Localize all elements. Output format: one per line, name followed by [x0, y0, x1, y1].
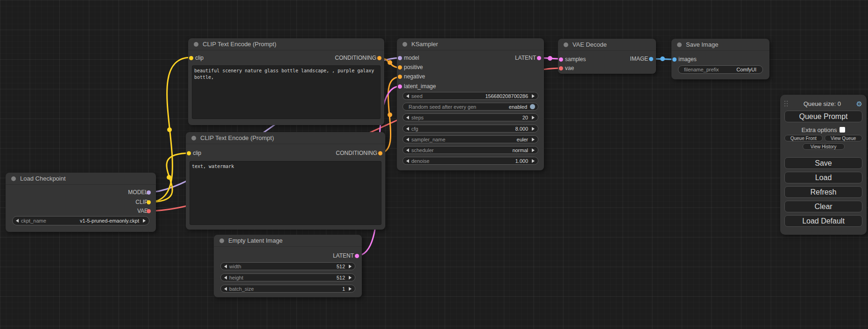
node-title-bar[interactable]: Load Checkpoint: [6, 173, 156, 185]
increment-arrow-icon[interactable]: [349, 265, 352, 268]
input-slot-positive[interactable]: [398, 65, 402, 70]
width-widget[interactable]: width 512: [220, 262, 355, 270]
node-graph-canvas[interactable]: { "app": "ComfyUI graph editor", "colors…: [0, 0, 868, 329]
random-seed-toggle-widget[interactable]: Random seed after every gen enabled: [402, 103, 538, 111]
increment-arrow-icon[interactable]: [349, 287, 352, 291]
node-title-bar[interactable]: CLIP Text Encode (Prompt): [186, 132, 385, 144]
node-title-bar[interactable]: Empty Latent Image: [214, 235, 362, 247]
output-slot-conditioning[interactable]: [378, 151, 382, 155]
output-row-conditioning: CONDITIONING: [186, 149, 385, 157]
prompt-textarea[interactable]: beautiful scenery nature glass bottle la…: [192, 65, 381, 119]
output-slot-image[interactable]: [649, 57, 653, 61]
node-save-image[interactable]: Save Image images filename_prefix ComfyU…: [671, 39, 769, 79]
node-title-bar[interactable]: Save Image: [671, 39, 769, 51]
decrement-arrow-icon[interactable]: [406, 116, 409, 119]
node-title: VAE Decode: [572, 41, 607, 48]
height-widget[interactable]: height 512: [220, 273, 355, 281]
queue-front-button[interactable]: Queue Front: [784, 135, 823, 141]
cfg-widget[interactable]: cfg 8.000: [402, 125, 538, 133]
link-midpoint-dot[interactable]: [660, 56, 665, 61]
input-slot-latent-image[interactable]: [398, 84, 402, 89]
decrement-arrow-icon[interactable]: [406, 127, 409, 131]
save-button[interactable]: Save: [784, 157, 862, 169]
input-label: images: [678, 56, 697, 63]
collapse-dot-icon[interactable]: [677, 42, 682, 47]
decrement-arrow-icon[interactable]: [406, 148, 409, 152]
settings-gear-icon[interactable]: ⚙: [856, 100, 862, 107]
filename-prefix-widget[interactable]: filename_prefix ComfyUI: [678, 65, 763, 74]
increment-arrow-icon[interactable]: [143, 219, 146, 223]
output-slot-conditioning[interactable]: [377, 56, 381, 60]
link-midpoint-dot[interactable]: [388, 112, 392, 117]
node-clip-text-encode-positive[interactable]: CLIP Text Encode (Prompt) clip CONDITION…: [188, 38, 384, 125]
increment-arrow-icon[interactable]: [349, 276, 352, 280]
collapse-dot-icon[interactable]: [402, 42, 407, 47]
ckpt-name-combo[interactable]: ckpt_name v1-5-pruned-emaonly.ckpt: [12, 216, 149, 225]
batch-size-widget[interactable]: batch_size 1: [220, 285, 355, 293]
collapse-dot-icon[interactable]: [194, 42, 198, 47]
collapse-dot-icon[interactable]: [564, 42, 568, 47]
load-button[interactable]: Load: [784, 172, 862, 183]
decrement-arrow-icon[interactable]: [406, 159, 409, 163]
output-slot-clip[interactable]: [147, 200, 151, 204]
decrement-arrow-icon[interactable]: [406, 94, 409, 98]
link-midpoint-dot[interactable]: [167, 175, 171, 180]
load-default-button[interactable]: Load Default: [784, 215, 862, 227]
input-slot-images[interactable]: [672, 57, 677, 62]
output-label: IMAGE: [630, 56, 648, 62]
queue-prompt-button[interactable]: Queue Prompt: [784, 111, 862, 122]
decrement-arrow-icon[interactable]: [224, 276, 227, 280]
view-queue-button[interactable]: View Queue: [825, 135, 863, 141]
view-history-button[interactable]: View History: [803, 143, 845, 150]
decrement-arrow-icon[interactable]: [224, 287, 227, 291]
increment-arrow-icon[interactable]: [532, 138, 535, 141]
prompt-textarea[interactable]: text, watermark: [190, 161, 381, 225]
output-slot-latent[interactable]: [537, 56, 541, 60]
decrement-arrow-icon[interactable]: [224, 265, 227, 268]
drag-handle-icon[interactable]: [784, 101, 788, 106]
queue-size-count: 0: [838, 100, 841, 107]
link-midpoint-dot[interactable]: [548, 56, 552, 61]
node-title-bar[interactable]: CLIP Text Encode (Prompt): [188, 38, 384, 50]
output-slot-model[interactable]: [147, 190, 151, 195]
node-vae-decode[interactable]: VAE Decode samples vae IMAGE: [558, 39, 656, 74]
node-title: Empty Latent Image: [228, 237, 282, 244]
decrement-arrow-icon[interactable]: [16, 219, 19, 223]
increment-arrow-icon[interactable]: [532, 159, 535, 163]
toggle-enabled-icon[interactable]: [530, 104, 535, 109]
increment-arrow-icon[interactable]: [532, 148, 535, 152]
input-row-latent-image: latent_image: [397, 82, 544, 91]
input-slot-negative[interactable]: [398, 75, 402, 79]
increment-arrow-icon[interactable]: [532, 116, 535, 119]
clear-button[interactable]: Clear: [784, 201, 862, 212]
input-slot-vae[interactable]: [559, 66, 563, 70]
node-title: KSampler: [411, 41, 438, 48]
output-label: CONDITIONING: [336, 150, 377, 156]
sampler-name-combo[interactable]: sampler_name euler: [402, 135, 538, 143]
node-empty-latent-image[interactable]: Empty Latent Image LATENT width 512 heig…: [214, 235, 362, 297]
decrement-arrow-icon[interactable]: [406, 138, 409, 141]
node-title-bar[interactable]: KSampler: [397, 38, 544, 50]
collapse-dot-icon[interactable]: [11, 176, 16, 181]
node-ksampler[interactable]: KSampler model positive negative latent_…: [397, 38, 544, 170]
output-slot-latent[interactable]: [355, 254, 359, 258]
output-row-clip: CLIP: [6, 198, 156, 206]
denoise-widget[interactable]: denoise 1.000: [402, 157, 538, 165]
seed-widget[interactable]: seed 156680208700286: [402, 92, 538, 100]
collapse-dot-icon[interactable]: [219, 238, 224, 243]
link-midpoint-dot[interactable]: [167, 127, 172, 132]
scheduler-combo[interactable]: scheduler normal: [402, 146, 538, 154]
extra-options-checkbox[interactable]: [840, 127, 845, 133]
node-title: Save Image: [686, 41, 718, 48]
node-title: CLIP Text Encode (Prompt): [203, 41, 276, 48]
collapse-dot-icon[interactable]: [191, 136, 196, 140]
refresh-button[interactable]: Refresh: [784, 186, 862, 198]
node-load-checkpoint[interactable]: Load Checkpoint MODEL CLIP VAE ckpt_name…: [6, 173, 156, 232]
increment-arrow-icon[interactable]: [532, 127, 535, 131]
node-title-bar[interactable]: VAE Decode: [558, 39, 656, 51]
output-slot-vae[interactable]: [147, 209, 151, 213]
increment-arrow-icon[interactable]: [532, 94, 535, 98]
node-clip-text-encode-negative[interactable]: CLIP Text Encode (Prompt) clip CONDITION…: [186, 132, 385, 230]
steps-widget[interactable]: steps 20: [402, 113, 538, 121]
link-midpoint-dot[interactable]: [388, 60, 392, 65]
